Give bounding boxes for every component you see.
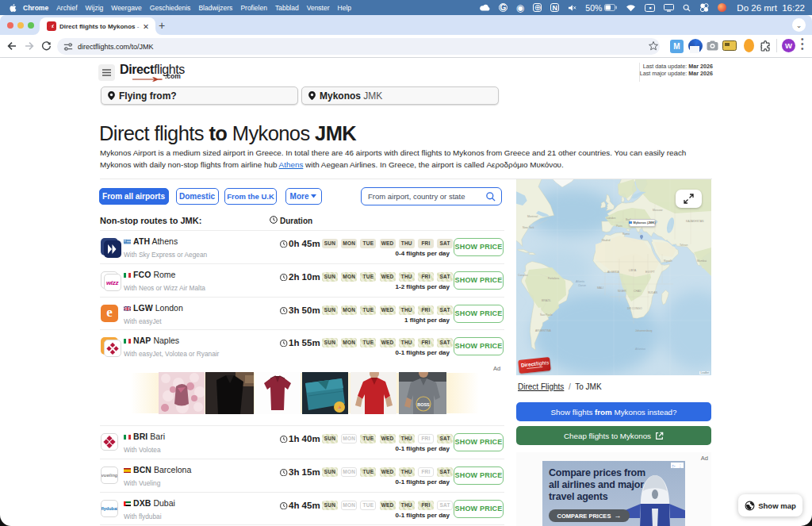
svg-text:New York: New York (523, 226, 534, 229)
svg-text:Mumbai: Mumbai (697, 259, 707, 263)
svg-text:EGYPT: EGYPT (645, 271, 655, 274)
svg-text:LIBYA: LIBYA (629, 269, 637, 272)
svg-text:DR CONGO: DR CONGO (627, 307, 642, 310)
svg-text:Rome: Rome (622, 232, 630, 236)
svg-text:KAZAKHSTAN: KAZAKHSTAN (686, 220, 704, 223)
svg-text:MALI: MALI (597, 286, 603, 290)
svg-text:Riyadh: Riyadh (664, 259, 672, 263)
svg-text:NIGER: NIGER (618, 290, 626, 293)
svg-text:CHAD: CHAD (634, 290, 642, 293)
svg-text:Tehran: Tehran (680, 244, 688, 247)
svg-text:ALGERIA: ALGERIA (607, 271, 619, 274)
svg-text:Paris: Paris (616, 225, 622, 228)
svg-text:Montreal: Montreal (527, 215, 538, 218)
svg-text:Ocean: Ocean (578, 284, 586, 287)
svg-text:ARGENTINA: ARGENTINA (535, 329, 552, 332)
svg-text:London: London (607, 217, 615, 220)
svg-text:Sao Paulo: Sao Paulo (540, 313, 553, 317)
svg-text:Johannesburg: Johannesburg (635, 329, 653, 332)
svg-text:Atlantico: Atlantico (634, 347, 645, 351)
svg-text:⛵: ⛵ (338, 405, 342, 409)
svg-text:BRAZIL: BRAZIL (542, 299, 551, 302)
svg-text:Moscow: Moscow (653, 209, 663, 212)
svg-text:Atlantic: Atlantic (575, 280, 584, 283)
svg-text:Madrid: Madrid (602, 239, 610, 242)
svg-text:BOSS: BOSS (417, 402, 430, 407)
svg-text:SUDAN: SUDAN (648, 291, 657, 294)
